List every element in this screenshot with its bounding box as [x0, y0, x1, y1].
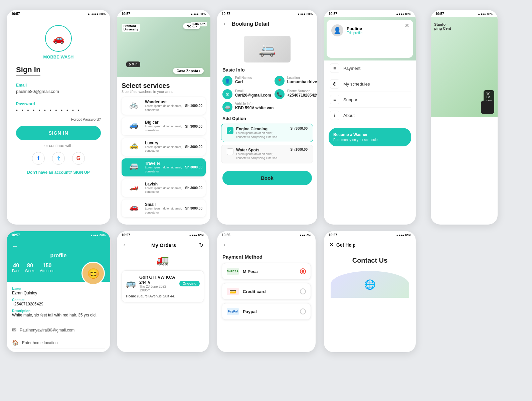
email-contact-value: Paulinenyawiral80@gmail.com [20, 328, 74, 332]
signin-button[interactable]: SIGN IN [16, 126, 101, 140]
book-button[interactable]: Book [222, 171, 312, 185]
creditcard-option[interactable]: 💳 Credit card [222, 283, 311, 300]
password-value[interactable]: • • • • • • • • • • • • [16, 108, 101, 115]
service-item-wanderlust[interactable]: 🚲 Wanderlust Lorem ipsum dolor sit amet,… [122, 97, 206, 115]
payment-header: ← [217, 238, 316, 252]
paypal-radio[interactable] [300, 308, 306, 314]
wanderlust-icon: 🚲 [125, 100, 142, 112]
location-placeholder[interactable]: Enter home location [22, 341, 58, 345]
orders-title: My Orders [151, 242, 176, 248]
service-item-bigcar[interactable]: 🚙 Big car Lorem ipsum dolor sit amet, co… [122, 117, 206, 135]
fans-stat: 40 Fans [12, 263, 20, 273]
become-washer-button[interactable]: Become a Washer Earn money on your sched… [329, 128, 411, 146]
booking-title: Booking Detail [232, 21, 269, 27]
contact-status-bar: 10:57 ▲●●● 80% [324, 231, 416, 238]
booking-back-arrow[interactable]: ← [222, 20, 228, 27]
services-status-bar: 10:57 ▲●●● 80% [117, 10, 210, 17]
full-names-cell: 👤 Full Names Carl [222, 76, 271, 86]
twitter-login-button[interactable]: 𝕥 [52, 152, 65, 165]
email-contact-icon: ✉ [12, 327, 16, 333]
option-engine-cleaning[interactable]: ✓ Engine Cleaning Lorem ipsum dolor sit … [221, 124, 313, 142]
menu-user-name: Pauline [347, 26, 362, 31]
or-text: or continue with [16, 143, 101, 148]
contact-header: ✕ Get Help [324, 238, 416, 251]
payment-status-time: 10:35 [222, 233, 230, 237]
status-bar-signin: 10:57 ▲ ●●●● 80% [7, 10, 110, 17]
password-label: Password [16, 102, 101, 106]
order-date: Thu 23 June 2022 1:00pm [139, 285, 176, 292]
empty-cell [431, 231, 498, 352]
orders-header: ← My Orders ↻ [117, 238, 209, 252]
menu-item-payment[interactable]: ≡ Payment [329, 60, 411, 76]
service-item-lavish[interactable]: 🏎️ Lavish Lorem ipsum dolor sit amet, co… [122, 179, 206, 197]
option-water-spots[interactable]: Water Spots Lorem ipsum dolor sit amet, … [221, 145, 313, 163]
payment-status-bar: 10:35 ▲●● 6% [217, 231, 316, 238]
creditcard-radio[interactable] [300, 288, 306, 294]
booking-status-bar: 10:57 ▲●●● 80% [217, 10, 317, 17]
order-card[interactable]: 🚌 Golf GTI,VW KCA 244 V Thu 23 June 2022… [122, 270, 204, 302]
menu-item-schedules[interactable]: ⏱ My schedules [329, 76, 411, 92]
service-item-luxury[interactable]: 🚕 Luxury Lorem ipsum dolor sit amet, con… [122, 138, 206, 156]
map-background: StanfordUniversity Nola › Palo Alto 5 Mi… [117, 17, 210, 77]
truck-icon: 🚛 [117, 252, 209, 268]
about-menu-icon: ℹ [330, 111, 339, 120]
google-login-button[interactable]: G [72, 152, 85, 165]
mpesa-option[interactable]: M-PESA M Pesa [222, 263, 311, 280]
mpesa-logo: M-PESA [227, 268, 239, 275]
service-item-small[interactable]: 🚗 Small Lorem ipsum dolor sit amet, cons… [122, 199, 206, 217]
paypal-name: Paypal [243, 309, 296, 314]
checkbox-engine-cleaning[interactable]: ✓ [227, 127, 233, 134]
contact-illustration: 🌐 [331, 271, 409, 298]
location-cell: 📍 Location Lumumba drive [275, 76, 317, 86]
map-area: StanfordUniversity Nola › Palo Alto 5 Mi… [117, 17, 210, 77]
contact-header-text: Get Help [336, 242, 356, 248]
phone-icon: 📞 [275, 89, 285, 99]
booking-screen: 10:57 ▲●●● 80% ← Booking Detail 🚐 Basic … [217, 10, 317, 225]
forgot-password-link[interactable]: Forgot Password? [16, 117, 101, 121]
contact-close-icon[interactable]: ✕ [329, 242, 334, 248]
refresh-icon[interactable]: ↻ [199, 242, 203, 248]
service-item-traveler[interactable]: 🚐 Traveler Lorem ipsum dolor sit amet, c… [122, 158, 206, 176]
name-field-value: Ezran Quinley [12, 291, 105, 295]
email-cell: ✉ Email Carl20@gmail.com [222, 89, 271, 99]
description-field-value: White male, six feet tall with red hair.… [12, 313, 105, 317]
orders-back-arrow[interactable]: ← [122, 242, 128, 249]
orders-screen: 10:57 ▲●●● 80% ← My Orders ↻ 🚛 🚌 Golf GT… [117, 231, 209, 352]
name-field-label: Name [12, 287, 105, 291]
menu-item-support[interactable]: ≡ Support [329, 92, 411, 108]
menu-avatar: 👤 [331, 24, 343, 36]
menu-item-about[interactable]: ℹ About [329, 108, 411, 123]
time-badge: 5 Min [126, 61, 140, 67]
payment-back-arrow[interactable]: ← [222, 242, 228, 249]
attention-stat: 150 Attention [40, 263, 54, 273]
status-icons: ▲ ●●●● 80% [87, 12, 106, 16]
email-label: Email [16, 83, 101, 88]
orders-status-bar: 10:57 ▲●●● 80% [117, 231, 209, 238]
menu-status-bar: 10:57 ▲●●● 80% [324, 10, 416, 17]
menu-profile-row: 👤 Pauline Edit profile [331, 24, 408, 40]
menu-edit-profile-link[interactable]: Edit profile [347, 31, 362, 35]
menu-items-list: ≡ Payment ⏱ My schedules ≡ Support ℹ Abo… [324, 60, 416, 151]
email-value[interactable]: pauline80@gmail.com [16, 89, 101, 96]
email-contact-row: ✉ Paulinenyawiral80@gmail.com [12, 327, 105, 336]
add-option-title: Add Option [217, 112, 317, 124]
profile-title: profile [12, 253, 105, 259]
paypal-option[interactable]: PayPal Paypal [222, 303, 311, 320]
signup-link[interactable]: SIGN UP [73, 170, 90, 175]
menu-screen: 10:57 ▲●●● 80% ✕ 👤 Pauline Edit profile [324, 10, 416, 225]
order-status-badge: Ongoing [179, 281, 200, 286]
vehicle-icon: 🚐 [222, 102, 232, 112]
payment-menu-icon: ≡ [330, 63, 339, 73]
lavish-icon: 🏎️ [125, 182, 142, 193]
profile-back-arrow[interactable]: ← [12, 243, 105, 250]
map-status-bar: 10:57 ▲●●● 80% [431, 10, 498, 17]
mpesa-radio[interactable] [300, 268, 306, 274]
checkbox-water-spots[interactable] [227, 148, 233, 155]
traveler-icon: 🚐 [125, 162, 142, 173]
works-stat: 80 Works [25, 263, 35, 273]
status-time: 10:57 [11, 12, 20, 16]
menu-close-icon[interactable]: ✕ [405, 22, 409, 29]
facebook-login-button[interactable]: f [32, 152, 45, 165]
contact-screen: 10:57 ▲●●● 80% ✕ Get Help Contact Us 🌐 [324, 231, 416, 352]
home-icon: 🏠 [12, 340, 19, 346]
